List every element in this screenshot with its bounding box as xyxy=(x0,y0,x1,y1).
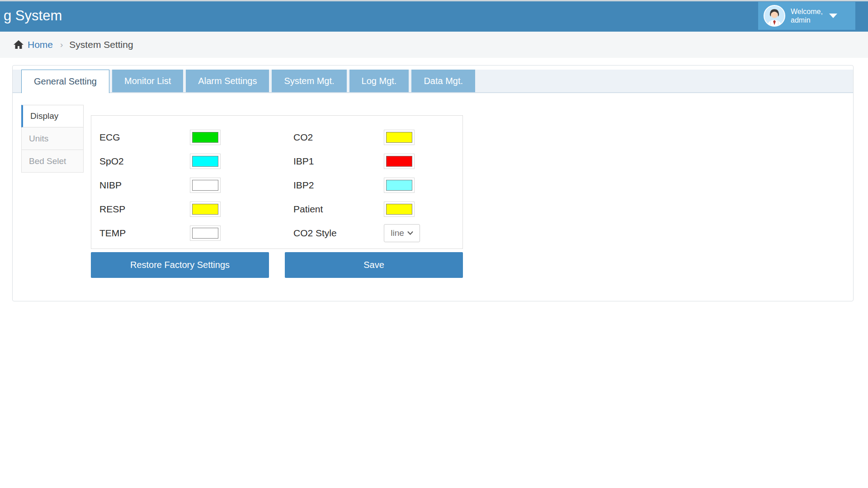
chevron-down-icon xyxy=(407,231,413,235)
setting-row-ibp1: IBP1 xyxy=(293,149,420,173)
spo2-color-value xyxy=(192,156,218,167)
nibp-color-value xyxy=(192,180,218,191)
ecg-color-value xyxy=(192,132,218,143)
tab-alarm-settings[interactable]: Alarm Settings xyxy=(186,70,269,92)
subtab-display[interactable]: Display xyxy=(21,105,84,127)
tab-general-setting[interactable]: General Setting xyxy=(21,70,109,93)
setting-row-co2-style: CO2 Style line xyxy=(293,221,420,245)
user-menu[interactable]: Welcome, admin xyxy=(758,2,855,30)
tab-monitor-list[interactable]: Monitor List xyxy=(112,70,183,92)
tab-log-mgt[interactable]: Log Mgt. xyxy=(349,70,409,92)
spo2-color-swatch[interactable] xyxy=(190,154,221,169)
co2-style-label: CO2 Style xyxy=(293,228,384,239)
settings-card: General Setting Monitor List Alarm Setti… xyxy=(12,65,854,301)
ibp1-color-value xyxy=(386,156,412,167)
setting-row-co2: CO2 xyxy=(293,125,420,149)
co2-color-swatch[interactable] xyxy=(384,130,415,145)
home-link[interactable]: Home xyxy=(14,39,53,50)
nibp-color-swatch[interactable] xyxy=(190,178,221,193)
patient-color-value xyxy=(386,204,412,215)
breadcrumb-current: System Setting xyxy=(69,39,133,50)
setting-row-nibp: NIBP xyxy=(99,173,221,197)
main-tabstrip: General Setting Monitor List Alarm Setti… xyxy=(13,70,853,93)
breadcrumb-separator: › xyxy=(60,40,63,50)
save-button[interactable]: Save xyxy=(285,252,463,278)
setting-row-spo2: SpO2 xyxy=(99,149,221,173)
setting-row-temp: TEMP xyxy=(99,221,221,245)
caret-down-icon xyxy=(829,14,837,18)
resp-color-swatch[interactable] xyxy=(190,202,221,217)
setting-row-ecg: ECG xyxy=(99,125,221,149)
breadcrumb: Home › System Setting xyxy=(0,32,868,58)
ibp1-label: IBP1 xyxy=(293,156,384,167)
co2-style-select[interactable]: line xyxy=(384,224,420,242)
co2-color-value xyxy=(386,132,412,143)
app-header: g System Welcome, admin xyxy=(0,1,868,32)
settings-column-right: CO2 IBP1 IBP2 Patient xyxy=(293,125,420,245)
restore-factory-settings-button[interactable]: Restore Factory Settings xyxy=(91,252,269,278)
ibp2-color-value xyxy=(386,180,412,191)
ecg-color-swatch[interactable] xyxy=(190,130,221,145)
co2-label: CO2 xyxy=(293,132,384,143)
subtab-bed-selet[interactable]: Bed Selet xyxy=(21,150,84,173)
ibp1-color-swatch[interactable] xyxy=(384,154,415,169)
patient-color-swatch[interactable] xyxy=(384,202,415,217)
avatar xyxy=(764,5,785,27)
nibp-label: NIBP xyxy=(99,180,190,191)
temp-label: TEMP xyxy=(99,228,190,239)
action-buttons: Restore Factory Settings Save xyxy=(91,252,463,278)
tab-system-mgt[interactable]: System Mgt. xyxy=(272,70,346,92)
spo2-label: SpO2 xyxy=(99,156,190,167)
welcome-line2: admin xyxy=(791,16,823,24)
tab-data-mgt[interactable]: Data Mgt. xyxy=(411,70,475,92)
app-title: g System xyxy=(4,1,62,30)
setting-row-ibp2: IBP2 xyxy=(293,173,420,197)
resp-label: RESP xyxy=(99,204,190,215)
sub-tabs: Display Units Bed Selet xyxy=(21,105,84,173)
doctor-avatar-icon xyxy=(764,6,784,26)
home-label: Home xyxy=(28,39,53,50)
setting-row-resp: RESP xyxy=(99,197,221,221)
co2-style-value: line xyxy=(391,228,404,238)
resp-color-value xyxy=(192,204,218,215)
welcome-text: Welcome, admin xyxy=(791,7,823,24)
patient-label: Patient xyxy=(293,204,384,215)
settings-column-left: ECG SpO2 NIBP RESP xyxy=(99,125,221,245)
ibp2-label: IBP2 xyxy=(293,180,384,191)
temp-color-swatch[interactable] xyxy=(190,225,221,241)
ibp2-color-swatch[interactable] xyxy=(384,178,415,193)
subtab-units[interactable]: Units xyxy=(21,127,84,150)
display-settings-panel: ECG SpO2 NIBP RESP xyxy=(91,115,463,249)
temp-color-value xyxy=(192,228,218,239)
ecg-label: ECG xyxy=(99,132,190,143)
home-icon xyxy=(14,40,24,49)
setting-row-patient: Patient xyxy=(293,197,420,221)
welcome-line1: Welcome, xyxy=(791,7,823,16)
